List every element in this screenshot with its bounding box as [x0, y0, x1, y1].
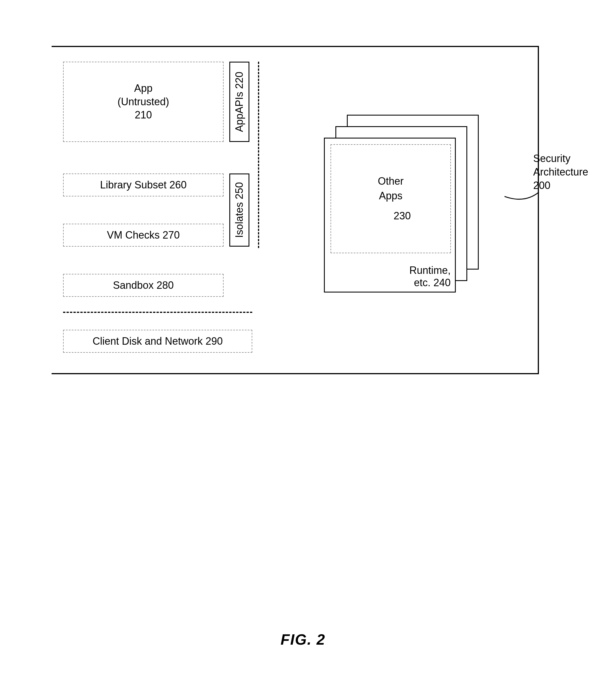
client-disk-network-box: Client Disk and Network 290 [63, 330, 252, 353]
app-label-line1: App [134, 82, 153, 95]
arch-num: 200 [533, 179, 596, 193]
figure-label: FIG. 2 [0, 631, 606, 648]
isolates-label: Isolates 250 [233, 182, 246, 238]
isolates-box: Isolates 250 [229, 174, 249, 247]
horizontal-divider [63, 312, 252, 313]
runtime-line1: Runtime, [409, 264, 451, 276]
other-apps-box: Other Apps 230 [330, 144, 451, 253]
vm-checks-box: VM Checks 270 [63, 224, 224, 247]
arch-line2: Architecture [533, 165, 596, 179]
appapis-label: AppAPIs 220 [233, 72, 246, 132]
vmchecks-label: VM Checks 270 [107, 229, 180, 242]
diagram-container: App (Untrusted) 210 AppAPIs 220 Library … [52, 29, 539, 376]
library-subset-box: Library Subset 260 [63, 174, 224, 197]
otherapps-num: 230 [394, 209, 411, 223]
runtime-line2: etc. 240 [409, 276, 451, 289]
app-untrusted-box: App (Untrusted) 210 [63, 62, 224, 142]
stack-card-front: Other Apps 230 Runtime, etc. 240 [324, 138, 456, 293]
vertical-divider [258, 62, 259, 248]
sandbox-box: Sandbox 280 [63, 274, 224, 297]
app-label-num: 210 [135, 108, 152, 122]
sandbox-label: Sandbox 280 [113, 279, 174, 292]
architecture-label: Security Architecture 200 [533, 152, 596, 192]
arch-line1: Security [533, 152, 596, 165]
library-label: Library Subset 260 [100, 178, 187, 192]
otherapps-line2: Apps [379, 189, 402, 203]
runtime-label: Runtime, etc. 240 [409, 264, 451, 289]
appapis-box: AppAPIs 220 [229, 62, 249, 142]
app-label-line2: (Untrusted) [118, 95, 169, 109]
otherapps-line1: Other [378, 174, 404, 188]
clientdisk-label: Client Disk and Network 290 [93, 335, 223, 348]
